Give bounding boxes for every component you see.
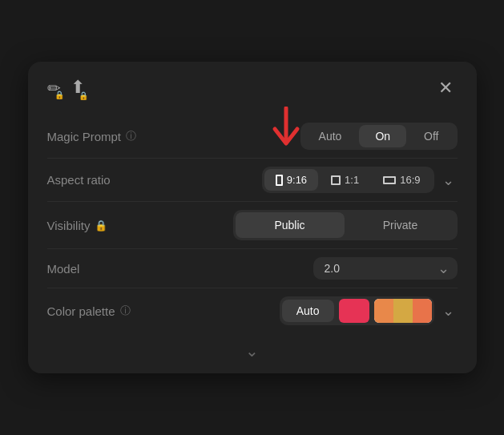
model-label: Model [47,262,159,276]
landscape-icon [383,176,396,184]
panel-header: ✏ 🔒 ⬆ 🔒 ✕ [47,78,458,99]
color-palette-segmented: Auto [280,296,434,325]
aspect-portrait-btn[interactable]: 9:16 [264,169,318,191]
portrait-icon [276,175,283,186]
aspect-ratio-label: Aspect ratio [47,173,159,187]
magic-prompt-controls: Auto On Off [159,123,458,150]
visibility-segmented: Public Private [233,210,458,240]
magic-prompt-auto[interactable]: Auto [303,125,358,147]
color-palette-info-icon[interactable]: ⓘ [120,304,131,318]
model-controls: 2.0 ⌄ [159,257,458,280]
palette-red-swatch[interactable] [339,299,369,323]
model-value: 2.0 [325,262,340,275]
magic-prompt-label: Magic Prompt ⓘ [47,129,159,143]
edit-lock-icon: 🔒 [54,91,64,99]
magic-prompt-on[interactable]: On [359,125,406,147]
settings-panel: ✏ 🔒 ⬆ 🔒 ✕ Magic Prompt ⓘ Auto On Off Asp… [28,62,477,373]
aspect-916-label: 9:16 [287,174,307,186]
color-palette-row: Color palette ⓘ Auto ⌄ [47,288,458,333]
visibility-text: Visibility [47,219,91,232]
magic-prompt-segmented: Auto On Off [300,123,458,150]
magic-prompt-off[interactable]: Off [408,125,454,147]
aspect-ratio-segmented: 9:16 1:1 16:9 [262,167,434,193]
visibility-controls-wrap: Public Private [159,210,458,240]
swatch-orange [374,299,393,323]
palette-auto-btn[interactable]: Auto [282,300,334,322]
visibility-lock-icon: 🔒 [95,220,107,232]
upload-lock-icon: 🔒 [79,91,88,100]
magic-prompt-row: Magic Prompt ⓘ Auto On Off [47,115,458,159]
swatch-yellow [393,299,413,323]
visibility-row: Visibility 🔒 Public Private [47,202,458,249]
bottom-chevron-area: ⌄ [47,333,458,360]
close-button[interactable]: ✕ [433,78,458,99]
square-icon [331,175,341,185]
aspect-ratio-row: Aspect ratio 9:16 1:1 16:9 ⌄ [47,159,458,202]
aspect-ratio-text: Aspect ratio [47,173,111,187]
model-chevron-icon: ⌄ [437,260,450,277]
magic-prompt-text: Magic Prompt [47,130,122,143]
aspect-square-btn[interactable]: 1:1 [320,169,370,191]
upload-icon-btn[interactable]: ⬆ 🔒 [71,78,85,99]
color-palette-controls: Auto ⌄ [159,296,458,325]
model-text: Model [47,262,80,276]
visibility-label: Visibility 🔒 [47,219,159,232]
header-icons: ✏ 🔒 ⬆ 🔒 [47,78,85,99]
bottom-chevron-btn[interactable]: ⌄ [245,341,259,360]
swatch-red-orange [413,299,432,323]
model-dropdown[interactable]: 2.0 ⌄ [313,257,458,280]
magic-prompt-info-icon[interactable]: ⓘ [126,129,136,143]
color-palette-chevron[interactable]: ⌄ [439,302,458,320]
aspect-11-label: 1:1 [345,174,359,186]
color-palette-text: Color palette [47,304,115,318]
aspect-ratio-controls: 9:16 1:1 16:9 ⌄ [159,167,458,193]
visibility-public-btn[interactable]: Public [236,212,345,238]
aspect-169-label: 16:9 [400,174,420,186]
color-palette-label: Color palette ⓘ [47,304,159,318]
edit-icon-btn[interactable]: ✏ 🔒 [47,79,61,98]
visibility-private-btn[interactable]: Private [346,212,455,238]
aspect-ratio-chevron[interactable]: ⌄ [439,171,458,189]
palette-multi-swatch[interactable] [374,299,432,323]
model-row: Model 2.0 ⌄ [47,249,458,288]
aspect-landscape-btn[interactable]: 16:9 [372,169,431,191]
